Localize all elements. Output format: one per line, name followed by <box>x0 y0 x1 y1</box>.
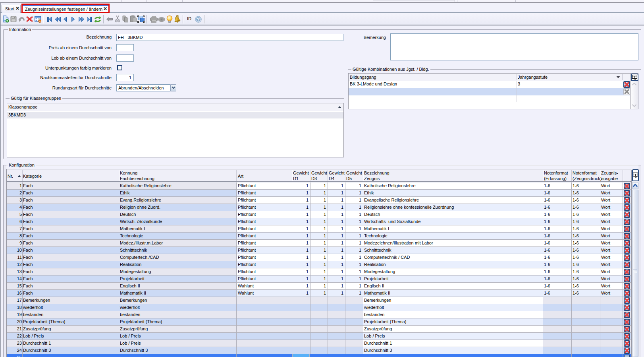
svg-text:?: ? <box>197 17 200 22</box>
